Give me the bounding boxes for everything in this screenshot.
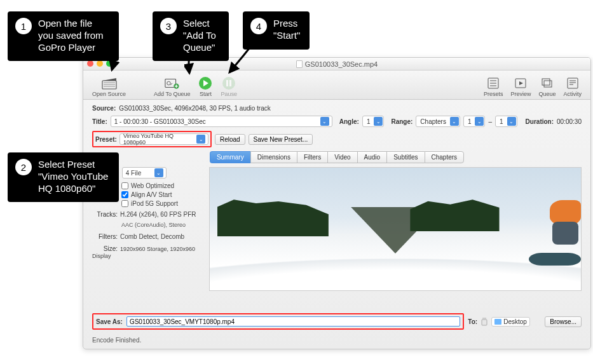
- callout-3: 3 Select "Add To Queue": [153, 11, 229, 61]
- chevron-down-icon: ⌄: [320, 117, 329, 126]
- toolbar-label: Presets: [484, 91, 503, 97]
- svg-rect-7: [229, 80, 231, 86]
- align-av-checkbox[interactable]: Align A/V Start: [121, 191, 200, 198]
- svg-point-5: [222, 77, 235, 90]
- callout-number: 4: [250, 18, 267, 34]
- svg-rect-14: [482, 318, 486, 320]
- preset-value: Vimeo YouTube HQ 1080p60: [123, 133, 195, 145]
- range-type-select[interactable]: Chapters⌄: [416, 116, 460, 127]
- presets-button[interactable]: Presets: [480, 76, 507, 97]
- range-from-spinner[interactable]: 1⌄: [463, 116, 486, 127]
- document-icon: [296, 60, 303, 68]
- toolbar-label: Open Source: [92, 91, 126, 97]
- tab-dimensions[interactable]: Dimensions: [250, 151, 297, 163]
- preset-select[interactable]: Vimeo YouTube HQ 1080p60 ⌄: [119, 133, 208, 145]
- preview-image: [209, 167, 582, 291]
- tab-audio[interactable]: Audio: [357, 151, 387, 163]
- queue-button[interactable]: Queue: [535, 76, 559, 97]
- add-queue-icon: [165, 76, 180, 90]
- angle-spinner[interactable]: 1⌄: [362, 116, 385, 127]
- tracks-line: AAC (CoreAudio), Stereo: [92, 222, 200, 228]
- title-select[interactable]: 1 - 00:00:30 - GS010033_30Sec ⌄: [111, 116, 332, 127]
- folder-icon: [494, 319, 501, 325]
- tab-summary[interactable]: Summary: [210, 151, 250, 163]
- svg-rect-12: [568, 78, 578, 88]
- to-label: To:: [468, 318, 477, 325]
- pause-icon: [221, 76, 236, 90]
- ipod-checkbox[interactable]: iPod 5G Support: [121, 200, 200, 207]
- callout-text: Select Preset "Vimeo YouTube HQ 1080p60": [38, 159, 110, 194]
- save-as-label: Save As:: [96, 318, 123, 325]
- chevron-down-icon: ⌄: [374, 117, 383, 126]
- source-label: Source:: [92, 105, 116, 112]
- callout-text: Select "Add To Queue": [183, 18, 220, 53]
- angle-label: Angle:: [339, 118, 359, 125]
- save-preset-button[interactable]: Save New Preset...: [249, 134, 313, 145]
- queue-icon: [540, 76, 555, 90]
- drive-icon: [481, 317, 487, 326]
- browse-button[interactable]: Browse...: [545, 316, 582, 327]
- tracks-line: H.264 (x264), 60 FPS PFR: [120, 211, 196, 218]
- duration-value: 00:00:30: [557, 118, 582, 125]
- chevron-down-icon: ⌄: [450, 117, 459, 126]
- destination-value: Desktop: [503, 318, 527, 325]
- preview-button[interactable]: Preview: [507, 76, 535, 97]
- activity-button[interactable]: Activity: [559, 76, 585, 97]
- pause-button[interactable]: Pause: [217, 76, 241, 97]
- svg-rect-11: [544, 81, 552, 87]
- status-text: Encode Finished.: [92, 337, 141, 344]
- toolbar-label: Start: [200, 91, 212, 97]
- toolbar: Open Source Add To Queue Start Pause: [83, 71, 590, 100]
- title-label: Title:: [92, 118, 107, 125]
- callout-number: 2: [15, 159, 32, 175]
- toolbar-label: Queue: [538, 91, 556, 97]
- range-label: Range:: [391, 118, 412, 125]
- preview-icon: [513, 76, 528, 90]
- save-row: Save As: To: Desktop Browse...: [92, 313, 582, 330]
- callout-number: 3: [160, 18, 177, 34]
- toolbar-label: Add To Queue: [154, 91, 190, 97]
- svg-rect-6: [226, 80, 228, 86]
- duration-label: Duration:: [526, 118, 554, 125]
- callout-number: 1: [15, 18, 32, 34]
- title-value: 1 - 00:00:30 - GS010033_30Sec: [114, 118, 206, 125]
- save-as-input[interactable]: [126, 316, 460, 327]
- svg-rect-13: [482, 320, 487, 325]
- toolbar-label: Preview: [510, 91, 531, 97]
- chevron-down-icon: ⌄: [154, 168, 163, 177]
- window-title: GS010033_30Sec.mp4: [296, 60, 378, 68]
- tab-subtitles[interactable]: Subtitles: [386, 151, 424, 163]
- clapperboard-icon: [102, 76, 117, 90]
- filters-value: Comb Detect, Decomb: [120, 233, 184, 240]
- tracks-label: Tracks:: [92, 211, 118, 218]
- svg-rect-0: [102, 81, 116, 89]
- window-body: Source: GS010033_30Sec, 4096x2048, 30 FP…: [83, 100, 590, 349]
- window-title-text: GS010033_30Sec.mp4: [305, 60, 378, 68]
- chevron-down-icon: ⌄: [196, 135, 205, 144]
- svg-rect-10: [542, 79, 550, 85]
- preset-label: Preset:: [95, 136, 117, 143]
- save-highlight: Save As:: [92, 313, 464, 330]
- callout-2: 2 Select Preset "Vimeo YouTube HQ 1080p6…: [8, 152, 119, 202]
- tab-filters[interactable]: Filters: [297, 151, 327, 163]
- range-to-spinner[interactable]: 1⌄: [495, 116, 517, 127]
- toolbar-label: Pause: [221, 91, 237, 97]
- range-separator: –: [488, 118, 492, 125]
- callout-text: Press "Start": [273, 18, 301, 42]
- open-source-button[interactable]: Open Source: [88, 76, 130, 97]
- tab-chapters[interactable]: Chapters: [425, 151, 465, 163]
- filters-label: Filters:: [92, 233, 118, 240]
- traffic-lights[interactable]: [87, 60, 112, 67]
- destination-select[interactable]: Desktop: [491, 317, 530, 327]
- source-value: GS010033_30Sec, 4096x2048, 30 FPS, 1 aud…: [119, 105, 271, 112]
- presets-icon: [486, 76, 501, 90]
- reload-button[interactable]: Reload: [215, 134, 245, 145]
- format-select[interactable]: 4 File⌄: [122, 167, 167, 179]
- tab-video[interactable]: Video: [327, 151, 357, 163]
- toolbar-label: Activity: [563, 91, 582, 97]
- chevron-down-icon: ⌄: [475, 117, 484, 126]
- preset-highlight: Preset: Vimeo YouTube HQ 1080p60 ⌄: [92, 131, 212, 147]
- web-optimized-checkbox[interactable]: Web Optimized: [121, 182, 200, 189]
- size-label: Size:: [92, 245, 118, 252]
- summary-content: Format: 4 File⌄ Web Optimized Align A/V …: [92, 167, 582, 291]
